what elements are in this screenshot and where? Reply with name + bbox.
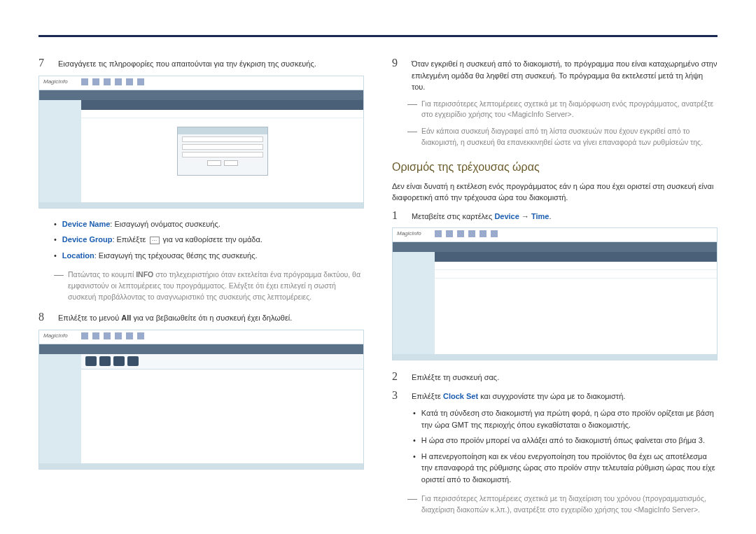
screenshot-approval-dialog: MagicInfo <box>38 76 364 209</box>
step-number: 8 <box>38 311 51 324</box>
browse-button-icon <box>150 237 160 244</box>
note-text: Για περισσότερες λεπτομέρειες σχετικά με… <box>421 99 718 121</box>
two-column-layout: 7 Εισαγάγετε τις πληροφορίες που απαιτού… <box>38 57 718 524</box>
step-text: Εισαγάγετε τις πληροφορίες που απαιτούντ… <box>58 57 316 70</box>
step1-arrow: → <box>519 212 531 220</box>
note-dash-icon: ― <box>407 126 417 148</box>
sub-bullet-3-text: Η απενεργοποίηση και εκ νέου ενεργοποίησ… <box>421 451 718 486</box>
device-group-label: Device Group <box>62 235 113 244</box>
note-pre: Πατώντας το κουμπί <box>68 270 136 279</box>
step-number: 1 <box>392 209 405 223</box>
note-bold: INFO <box>136 270 153 279</box>
step1-post: . <box>549 212 551 220</box>
step-number: 7 <box>38 57 51 70</box>
step-2: 2 Επιλέξτε τη συσκευή σας. <box>392 370 718 384</box>
sub-bullet-2: • Η ώρα στο προϊόν μπορεί να αλλάξει από… <box>413 435 718 447</box>
step-7: 7 Εισαγάγετε τις πληροφορίες που απαιτού… <box>38 57 364 70</box>
sub-bullet-3: • Η απενεργοποίηση και εκ νέου ενεργοποί… <box>413 451 718 486</box>
bullet-dot-icon: • <box>413 435 416 447</box>
screenshot-device-list: MagicInfo <box>38 330 364 470</box>
device-name-text: : Εισαγωγή ονόματος συσκευής. <box>110 220 220 228</box>
note-time-management: ― Για περισσότερες λεπτομέρειες σχετικά … <box>407 493 718 516</box>
field-bullets: • Device Name: Εισαγωγή ονόματος συσκευή… <box>38 218 364 262</box>
right-column: 9 Όταν εγκριθεί η συσκευή από το διακομι… <box>392 57 718 524</box>
step-9: 9 Όταν εγκριθεί η συσκευή από το διακομι… <box>392 57 718 93</box>
bullet-dot-icon: • <box>413 407 416 430</box>
step1-pre: Μεταβείτε στις καρτέλες <box>412 212 494 220</box>
left-column: 7 Εισαγάγετε τις πληροφορίες που απαιτού… <box>38 57 364 524</box>
step2-text: Επιλέξτε τη συσκευή σας. <box>412 370 499 384</box>
bullet-location: • Location: Εισαγωγή της τρέχουσας θέσης… <box>54 250 364 262</box>
step3-pre: Επιλέξτε <box>412 392 443 400</box>
note4-text: Για περισσότερες λεπτομέρειες σχετικά με… <box>421 493 718 516</box>
screenshot-device-time: MagicInfo <box>392 227 718 360</box>
bullet-dot-icon: • <box>54 250 57 262</box>
step8-post: για να βεβαιωθείτε ότι η συσκευή έχει δη… <box>131 314 292 322</box>
step-number: 9 <box>392 57 405 93</box>
note-text: Εάν κάποια συσκευή διαγραφεί από τη λίστ… <box>421 126 718 148</box>
step-8: 8 Επιλέξτε το μενού All για να βεβαιωθεί… <box>38 311 364 324</box>
step1-link-device: Device <box>494 212 519 220</box>
sub-bullet-2-text: Η ώρα στο προϊόν μπορεί να αλλάξει από τ… <box>421 435 705 447</box>
step9-text: Όταν εγκριθεί η συσκευή από το διακομιστ… <box>412 57 718 93</box>
sub-bullet-1: • Κατά τη σύνδεση στο διακομιστή για πρώ… <box>413 407 718 430</box>
sub-bullet-1-text: Κατά τη σύνδεση στο διακομιστή για πρώτη… <box>421 407 718 430</box>
step-1: 1 Μεταβείτε στις καρτέλες Device → Time. <box>392 209 718 223</box>
bullet-device-name: • Device Name: Εισαγωγή ονόματος συσκευή… <box>54 218 364 230</box>
bullet-dot-icon: • <box>54 218 57 230</box>
location-text: : Εισαγωγή της τρέχουσας θέσης της συσκε… <box>94 251 258 260</box>
device-group-text1: : Επιλέξτε <box>112 235 148 244</box>
top-rule <box>38 35 718 37</box>
step-number: 2 <box>392 370 405 384</box>
step1-link-time: Time <box>531 212 549 220</box>
sub-bullets: • Κατά τη σύνδεση στο διακομιστή για πρώ… <box>392 407 718 485</box>
note-dash-icon: ― <box>54 269 64 302</box>
bullet-dot-icon: • <box>413 451 416 486</box>
step-3: 3 Επιλέξτε Clock Set και συγχρονίστε την… <box>392 389 718 402</box>
note-dash-icon: ― <box>407 99 417 121</box>
step3-post: και συγχρονίστε την ώρα με το διακομιστή… <box>478 392 625 400</box>
bullet-dot-icon: • <box>54 234 57 246</box>
device-group-text2: για να καθορίσετε την ομάδα. <box>161 235 262 244</box>
step8-bold: All <box>121 314 131 322</box>
device-name-label: Device Name <box>62 220 111 228</box>
step8-pre: Επιλέξτε το μενού <box>58 314 121 322</box>
note-dash-icon: ― <box>407 493 417 516</box>
note-info-button: ― Πατώντας το κουμπί INFO στο τηλεχειρισ… <box>54 269 364 302</box>
bullet-device-group: • Device Group: Επιλέξτε για να καθορίσε… <box>54 234 364 246</box>
step-number: 3 <box>392 389 405 402</box>
location-label: Location <box>62 251 94 260</box>
intro-para: Δεν είναι δυνατή η εκτέλεση ενός προγράμ… <box>392 181 718 204</box>
note-program-config: ― Για περισσότερες λεπτομέρειες σχετικά … <box>407 99 718 121</box>
step3-bold: Clock Set <box>443 392 478 400</box>
section-heading-set-time: Ορισμός της τρέχουσας ώρας <box>392 161 718 174</box>
note-device-delete: ― Εάν κάποια συσκευή διαγραφεί από τη λί… <box>407 126 718 148</box>
